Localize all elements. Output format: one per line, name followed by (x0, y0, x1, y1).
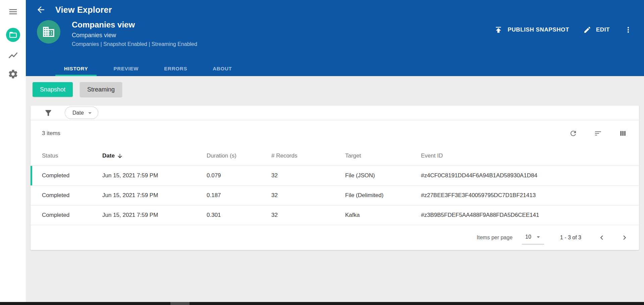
table-toolbar: 3 items (31, 120, 639, 146)
table-row[interactable]: Completed Jun 15, 2021 7:59 PM 0.301 32 … (31, 205, 639, 225)
edit-label: EDIT (596, 26, 610, 33)
table-row[interactable]: Completed Jun 15, 2021 7:59 PM 0.079 32 … (31, 166, 639, 186)
pagination-range: 1 - 3 of 3 (560, 235, 581, 241)
entity-title: Companies view (72, 19, 197, 30)
cell-duration: 0.187 (207, 192, 271, 199)
app-bar: View Explorer (26, 0, 644, 19)
items-count: 3 items (42, 130, 60, 137)
arrow-left-icon (36, 5, 46, 15)
header-actions: PUBLISH SNAPSHOT EDIT (494, 25, 633, 34)
cell-date: Jun 15, 2021 7:59 PM (102, 172, 207, 179)
building-icon (42, 25, 55, 39)
tab-errors[interactable]: ERRORS (155, 61, 196, 76)
tab-about[interactable]: ABOUT (204, 61, 240, 76)
tab-preview-label: PREVIEW (113, 66, 139, 71)
main-content: Snapshot Streaming Date 3 items (26, 76, 644, 305)
tab-history-label: HISTORY (64, 66, 88, 71)
scrollbar-thumb[interactable] (170, 302, 190, 305)
table-header-row: Status Date Duration (s) # Records Targe… (31, 146, 639, 166)
horizontal-scrollbar[interactable] (0, 302, 644, 305)
refresh-icon[interactable] (569, 129, 577, 137)
sidebar-item-settings[interactable] (8, 69, 18, 79)
edit-button[interactable]: EDIT (583, 26, 610, 34)
cell-status: Completed (42, 192, 102, 199)
folder-icon (9, 30, 17, 39)
cell-records: 32 (271, 192, 345, 199)
page-size-select[interactable]: 10 (522, 231, 544, 244)
sidebar-item-activity[interactable] (8, 50, 18, 61)
page-title: View Explorer (55, 5, 112, 15)
publish-snapshot-button[interactable]: PUBLISH SNAPSHOT (494, 25, 569, 34)
next-page-button[interactable] (620, 233, 629, 242)
cell-target: File (JSON) (345, 172, 421, 179)
column-header-status[interactable]: Status (42, 152, 102, 159)
entity-caption: Companies | Snapshot Enabled | Streaming… (72, 40, 197, 48)
column-header-date[interactable]: Date (102, 152, 207, 159)
sort-icon[interactable] (594, 129, 602, 137)
cell-duration: 0.301 (207, 212, 271, 219)
kebab-icon (624, 25, 633, 34)
more-options-button[interactable] (624, 25, 633, 34)
mode-toggle: Snapshot Streaming (26, 76, 644, 97)
tab-history[interactable]: HISTORY (55, 61, 97, 76)
pencil-icon (583, 26, 591, 34)
cell-target: Kafka (345, 212, 421, 219)
cell-date: Jun 15, 2021 7:59 PM (102, 212, 207, 219)
cell-date: Jun 15, 2021 7:59 PM (102, 192, 207, 199)
column-header-event-id[interactable]: Event ID (421, 152, 639, 159)
filter-bar: Date (31, 106, 639, 120)
gear-icon (8, 69, 18, 79)
page-size-value: 10 (525, 234, 531, 240)
sidebar-item-views[interactable] (6, 28, 20, 42)
back-button[interactable] (36, 5, 46, 15)
cell-target: File (Delimited) (345, 192, 421, 199)
cell-event-id: #z4CF0C8191DD44F6A94B1AD58930A1D84 (421, 172, 639, 179)
cell-event-id: #z3B9B5FDEF5AA488F9A88FDA5D6CEE141 (421, 212, 639, 219)
entity-subtitle: Companies view (72, 31, 197, 40)
table-row[interactable]: Completed Jun 15, 2021 7:59 PM 0.187 32 … (31, 186, 639, 205)
date-filter-dropdown[interactable]: Date (65, 107, 98, 119)
column-header-date-label: Date (102, 152, 115, 159)
tab-errors-label: ERRORS (164, 66, 187, 71)
previous-page-button[interactable] (597, 233, 606, 242)
column-header-target[interactable]: Target (345, 152, 421, 159)
column-header-duration[interactable]: Duration (s) (207, 152, 271, 159)
pagination-bar: Items per page 10 1 - 3 of 3 (31, 225, 639, 250)
cell-duration: 0.079 (207, 172, 271, 179)
cell-status: Completed (42, 172, 102, 179)
cell-status: Completed (42, 212, 102, 219)
items-per-page-label: Items per page (477, 235, 513, 241)
page-header: View Explorer Companies view Companies v… (26, 0, 644, 76)
columns-icon[interactable] (619, 129, 627, 137)
chevron-down-icon (86, 109, 94, 117)
line-chart-icon (8, 50, 18, 61)
history-card: Date 3 items Status (31, 106, 639, 250)
upload-icon (494, 25, 503, 34)
cell-records: 32 (271, 172, 345, 179)
streaming-button[interactable]: Streaming (80, 82, 122, 97)
tab-bar: HISTORY PREVIEW ERRORS ABOUT (26, 61, 644, 76)
chevron-down-icon (535, 233, 542, 241)
entity-avatar (37, 20, 60, 44)
tab-preview[interactable]: PREVIEW (105, 61, 147, 76)
column-header-records[interactable]: # Records (271, 152, 345, 159)
date-filter-label: Date (72, 110, 84, 116)
tab-about-label: ABOUT (213, 66, 232, 71)
entity-header: Companies view Companies view Companies … (26, 19, 644, 48)
publish-snapshot-label: PUBLISH SNAPSHOT (507, 26, 569, 33)
arrow-down-icon (117, 153, 123, 159)
left-sidebar (0, 0, 26, 305)
snapshot-button[interactable]: Snapshot (33, 82, 73, 97)
hamburger-icon[interactable] (8, 7, 18, 17)
cell-records: 32 (271, 212, 345, 219)
cell-event-id: #z27BEE3FF3E3F40059795DC7D1BF21413 (421, 192, 639, 199)
filter-funnel-icon[interactable] (44, 109, 53, 117)
